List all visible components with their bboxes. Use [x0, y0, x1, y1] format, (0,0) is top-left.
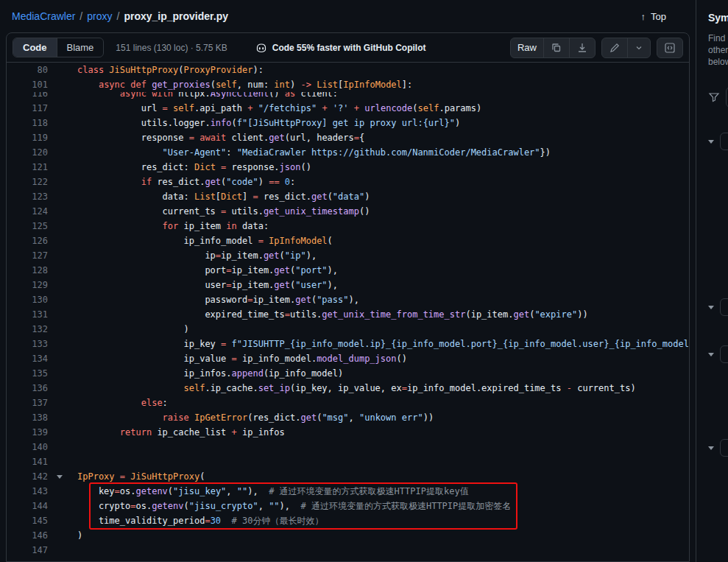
code-line-137: 137 else:: [7, 396, 689, 410]
code-text: ip_infos.append(ip_info_model): [48, 366, 689, 381]
line-number[interactable]: 101: [7, 77, 48, 92]
line-number[interactable]: 127: [7, 248, 48, 263]
line-number[interactable]: 135: [7, 366, 48, 381]
code-text: class JiSuHttpProxy(ProxyProvider):: [48, 63, 689, 77]
breadcrumb-repo-link[interactable]: MediaCrawler: [12, 10, 75, 22]
edit-dropdown-button[interactable]: [627, 38, 650, 57]
line-number[interactable]: 139: [7, 425, 48, 440]
file-view-container: Code Blame 151 lines (130 loc) · 5.75 KB…: [6, 32, 690, 562]
code-line-120: 120 "User-Agent": "MediaCrawler https://…: [7, 145, 689, 160]
code-line-127: 127 ip=ip_item.get("ip"),: [7, 248, 689, 263]
code-text: password=ip_item.get("pass"),: [48, 292, 689, 307]
code-line-123: 123 data: List[Dict] = res_dict.get("dat…: [7, 189, 689, 204]
line-number[interactable]: 131: [7, 307, 48, 322]
code-text: ip_info_model = IpInfoModel(: [48, 233, 689, 248]
symbol-item[interactable]: [720, 345, 728, 363]
raw-button[interactable]: Raw: [511, 38, 543, 57]
download-icon: [576, 42, 588, 54]
code-text: raise IpGetError(res_dict.get("msg", "un…: [48, 410, 689, 425]
symbols-toggle-group: [657, 38, 683, 58]
line-number[interactable]: 129: [7, 278, 48, 292]
code-text: [48, 543, 689, 558]
code-line-130: 130 password=ip_item.get("pass"),: [7, 292, 689, 307]
symbol-item[interactable]: [720, 298, 728, 316]
code-line-80: 80class JiSuHttpProxy(ProxyProvider):: [7, 63, 689, 77]
chevron-down-icon[interactable]: [708, 353, 714, 356]
code-line-124: 124 current_ts = utils.get_unix_timestam…: [7, 204, 689, 219]
line-number[interactable]: 145: [7, 513, 48, 528]
pencil-icon: [609, 42, 621, 54]
line-number[interactable]: 130: [7, 292, 48, 307]
line-number[interactable]: 141: [7, 454, 48, 469]
code-text: port=ip_item.get("port"),: [48, 263, 689, 278]
line-number[interactable]: 123: [7, 189, 48, 204]
line-number[interactable]: 142: [7, 469, 48, 484]
code-line-146: 146): [7, 528, 689, 543]
copilot-banner[interactable]: Code 55% faster with GitHub Copilot: [255, 42, 426, 54]
code-line-143: 143 key=os.getenv("jisu_key", ""), # 通过环…: [7, 484, 689, 499]
line-number[interactable]: 132: [7, 322, 48, 337]
line-number[interactable]: 118: [7, 116, 48, 130]
toolbar-actions: Raw: [510, 38, 683, 58]
fold-chevron-icon[interactable]: [57, 475, 63, 479]
line-number[interactable]: 80: [7, 63, 48, 77]
tab-blame[interactable]: Blame: [57, 38, 104, 57]
line-number[interactable]: 122: [7, 175, 48, 189]
code-line-125: 125 for ip_item in data:: [7, 219, 689, 233]
code-line-101: 101 async def get_proxies(self, num: int…: [7, 77, 689, 92]
line-number[interactable]: 120: [7, 145, 48, 160]
line-number[interactable]: 121: [7, 160, 48, 175]
code-line-128: 128 port=ip_item.get("port"),: [7, 263, 689, 278]
code-lines: 116 async with httpx.AsyncClient() as cl…: [7, 86, 689, 558]
code-line-140: 140: [7, 440, 689, 454]
line-number[interactable]: 140: [7, 440, 48, 454]
chevron-down-icon[interactable]: [708, 446, 714, 450]
symbol-item[interactable]: [720, 133, 728, 150]
code-text: async def get_proxies(self, num: int) ->…: [48, 77, 689, 92]
symbol-section: [708, 439, 728, 457]
code-text: IpProxy = JiSuHttpProxy(: [48, 469, 689, 484]
breadcrumb-folder-link[interactable]: proxy: [87, 10, 112, 22]
code-line-118: 118 utils.logger.info(f"[JiSuHttpProxy] …: [7, 116, 689, 130]
line-number[interactable]: 117: [7, 101, 48, 116]
line-number[interactable]: 144: [7, 499, 48, 513]
code-line-119: 119 response = await client.get(url, hea…: [7, 130, 689, 145]
raw-actions-group: Raw: [510, 38, 596, 58]
chevron-down-icon[interactable]: [708, 306, 714, 309]
line-number[interactable]: 136: [7, 381, 48, 396]
line-number[interactable]: 134: [7, 351, 48, 366]
line-number[interactable]: 124: [7, 204, 48, 219]
code-text: expired_time_ts=utils.get_unix_time_from…: [48, 307, 689, 322]
sticky-lines: 80class JiSuHttpProxy(ProxyProvider):101…: [7, 63, 689, 92]
symbol-item[interactable]: [720, 439, 728, 457]
code-line-142: 142IpProxy = JiSuHttpProxy(: [7, 469, 689, 484]
file-info: 151 lines (130 loc) · 5.75 KB: [116, 43, 227, 53]
code-text: "User-Agent": "MediaCrawler https://gith…: [48, 145, 689, 160]
line-number[interactable]: 146: [7, 528, 48, 543]
tab-code[interactable]: Code: [13, 38, 57, 57]
breadcrumb-path: MediaCrawler / proxy / proxy_ip_provider…: [12, 10, 228, 22]
back-to-top-button[interactable]: ↑ Top: [634, 7, 674, 26]
line-number[interactable]: 126: [7, 233, 48, 248]
code-text: self.ip_cache.set_ip(ip_key, ip_value, e…: [48, 381, 689, 396]
main-column: MediaCrawler / proxy / proxy_ip_provider…: [0, 0, 696, 562]
line-number[interactable]: 138: [7, 410, 48, 425]
edit-button[interactable]: [602, 38, 627, 57]
line-number[interactable]: 125: [7, 219, 48, 233]
copy-raw-button[interactable]: [543, 38, 569, 57]
line-number[interactable]: 128: [7, 263, 48, 278]
line-number[interactable]: 133: [7, 337, 48, 351]
line-number[interactable]: 147: [7, 543, 48, 558]
code-line-129: 129 user=ip_item.get("user"),: [7, 278, 689, 292]
symbols-panel-button[interactable]: [657, 38, 682, 57]
symbols-panel-description: Find definitions and references for func…: [708, 32, 728, 68]
line-number[interactable]: 143: [7, 484, 48, 499]
code-text: ip_key = f"JISUHTTP_{ip_info_model.ip}_{…: [48, 337, 689, 351]
line-number[interactable]: 137: [7, 396, 48, 410]
code-text: ): [48, 528, 689, 543]
code-text: user=ip_item.get("user"),: [48, 278, 689, 292]
chevron-down-icon[interactable]: [708, 140, 714, 144]
line-number[interactable]: 119: [7, 130, 48, 145]
download-raw-button[interactable]: [569, 38, 595, 57]
code-text: ip_value = ip_info_model.model_dump_json…: [48, 351, 689, 366]
